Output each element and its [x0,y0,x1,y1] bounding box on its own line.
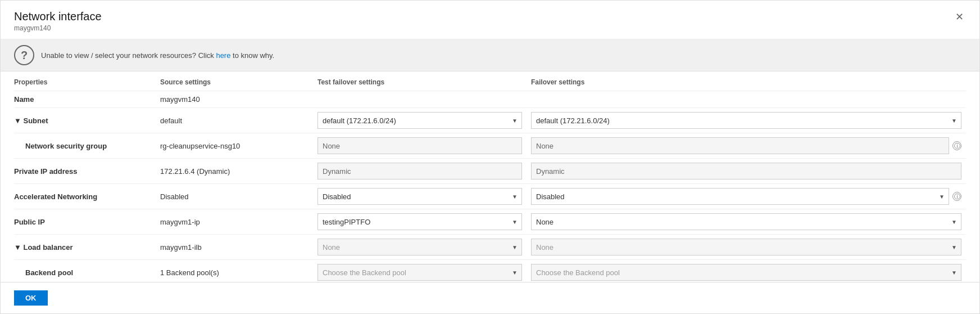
failover-input-private-ip[interactable] [531,163,961,180]
prop-subnet: ▼ Subnet [14,108,160,133]
test-load-balancer[interactable]: None▼ [317,235,531,260]
prop-private-ip: Private IP address [14,159,160,184]
source-public-ip: maygvm1-ip [160,209,317,235]
failover-name[interactable] [531,91,966,108]
failover-subnet[interactable]: default (172.21.6.0/24)▼ [531,108,966,133]
test-input-nsg [317,137,522,154]
test-accel-net[interactable]: Disabled▼ [317,184,531,209]
failover-select-load-balancer[interactable]: None [531,239,961,255]
table-row: Accelerated NetworkingDisabledDisabled▼D… [14,184,966,209]
test-select-subnet[interactable]: default (172.21.6.0/24) [317,112,522,129]
failover-accel-net[interactable]: Disabled▼ⓘ [531,184,966,209]
prop-public-ip: Public IP [14,209,160,235]
panel-header: Network interface maygvm140 ✕ [1,1,979,39]
info-icon-sm[interactable]: ⓘ [952,141,961,150]
title-block: Network interface maygvm140 [14,10,102,32]
settings-table: Properties Source settings Test failover… [14,71,966,282]
failover-nsg[interactable]: ⓘ [531,133,966,159]
test-select-backend-pool[interactable]: Choose the Backend pool [317,264,522,281]
table-row: Namemaygvm140 [14,91,966,108]
table-row: ▼ Load balancermaygvm1-ilbNone▼None▼ [14,235,966,260]
test-nsg[interactable] [317,133,531,159]
failover-select-subnet[interactable]: default (172.21.6.0/24) [531,112,961,129]
info-prefix: Unable to view / select your network res… [41,51,216,60]
prop-backend-pool: Backend pool [14,260,160,282]
prop-nsg: Network security group [14,133,160,159]
failover-input-nsg [531,137,949,154]
source-private-ip: 172.21.6.4 (Dynamic) [160,159,317,184]
info-link[interactable]: here [216,51,230,60]
table-header-row: Properties Source settings Test failover… [14,71,966,91]
failover-public-ip[interactable]: None▼ [531,209,966,235]
failover-private-ip[interactable] [531,159,966,184]
test-private-ip[interactable] [317,159,531,184]
table-row: Private IP address172.21.6.4 (Dynamic) [14,159,966,184]
failover-select-accel-net[interactable]: Disabled [531,188,949,205]
prop-name: Name [14,91,160,108]
col-failover: Failover settings [531,71,966,91]
failover-select-backend-pool[interactable]: Choose the Backend pool [531,264,961,281]
panel-subtitle: maygvm140 [14,24,102,32]
info-message: Unable to view / select your network res… [41,51,274,60]
failover-backend-pool[interactable]: Choose the Backend pool▼ [531,260,966,282]
source-accel-net: Disabled [160,184,317,209]
table-row: Public IPmaygvm1-iptestingPIPTFO▼None▼ [14,209,966,235]
table-row: ▼ Subnetdefaultdefault (172.21.6.0/24)▼d… [14,108,966,133]
table-row: Network security grouprg-cleanupservice-… [14,133,966,159]
info-suffix: to know why. [230,51,274,60]
panel-footer: OK [1,282,979,313]
test-backend-pool[interactable]: Choose the Backend pool▼ [317,260,531,282]
prop-accel-net: Accelerated Networking [14,184,160,209]
test-subnet[interactable]: default (172.21.6.0/24)▼ [317,108,531,133]
test-public-ip[interactable]: testingPIPTFO▼ [317,209,531,235]
panel-title: Network interface [14,10,102,23]
info-icon-sm[interactable]: ⓘ [952,192,961,201]
col-properties: Properties [14,71,160,91]
network-interface-panel: Network interface maygvm140 ✕ ? Unable t… [0,0,980,314]
test-input-private-ip[interactable] [317,163,522,180]
prop-load-balancer: ▼ Load balancer [14,235,160,260]
ok-button[interactable]: OK [14,290,48,306]
test-select-load-balancer[interactable]: None [317,239,522,255]
source-name: maygvm140 [160,91,317,108]
failover-select-public-ip[interactable]: None [531,213,961,230]
table-row: Backend pool1 Backend pool(s)Choose the … [14,260,966,282]
col-source: Source settings [160,71,317,91]
source-nsg: rg-cleanupservice-nsg10 [160,133,317,159]
source-load-balancer: maygvm1-ilb [160,235,317,260]
col-test-failover: Test failover settings [317,71,531,91]
source-subnet: default [160,108,317,133]
test-select-accel-net[interactable]: Disabled [317,188,522,205]
source-backend-pool: 1 Backend pool(s) [160,260,317,282]
test-select-public-ip[interactable]: testingPIPTFO [317,213,522,230]
question-icon: ? [14,45,34,65]
test-name[interactable] [317,91,531,108]
close-button[interactable]: ✕ [953,10,966,24]
info-bar: ? Unable to view / select your network r… [1,39,979,71]
failover-load-balancer[interactable]: None▼ [531,235,966,260]
table-container: Properties Source settings Test failover… [1,71,979,282]
